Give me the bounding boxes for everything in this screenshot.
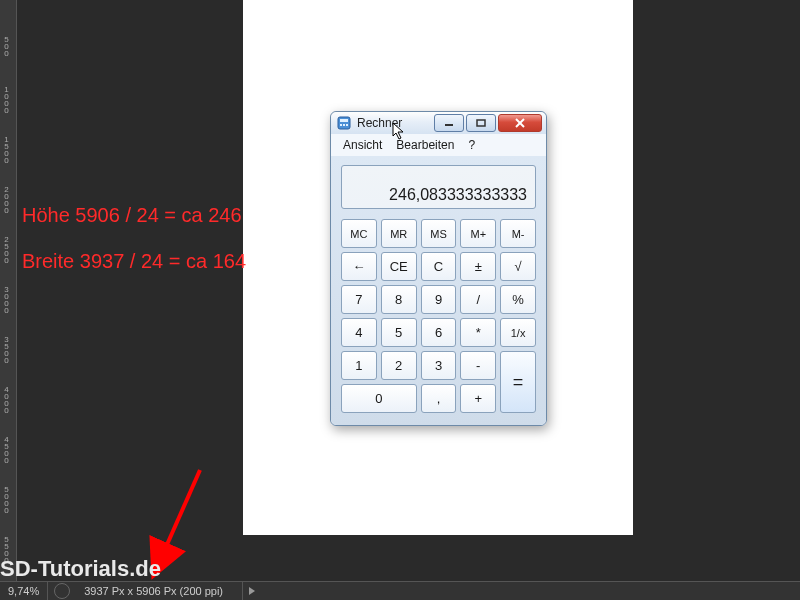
ruler-label: 3500	[2, 335, 10, 363]
ruler-label: 3000	[2, 285, 10, 313]
key-0[interactable]: 0	[341, 384, 417, 413]
key-backspace[interactable]: ←	[341, 252, 377, 281]
key-6[interactable]: 6	[421, 318, 457, 347]
key-add[interactable]: +	[460, 384, 496, 413]
annotation-height: Höhe 5906 / 24 = ca 246	[22, 204, 242, 227]
key-subtract[interactable]: -	[460, 351, 496, 380]
key-4[interactable]: 4	[341, 318, 377, 347]
key-3[interactable]: 3	[421, 351, 457, 380]
key-mr[interactable]: MR	[381, 219, 417, 248]
key-mc[interactable]: MC	[341, 219, 377, 248]
key-sqrt[interactable]: √	[500, 252, 536, 281]
annotation-width: Breite 3937 / 24 = ca 164	[22, 250, 246, 273]
key-multiply[interactable]: *	[460, 318, 496, 347]
calculator-window[interactable]: Rechner Ansicht Bearbeiten ? 246,0833333…	[330, 111, 547, 426]
status-disk-icon	[54, 583, 70, 599]
ruler-label: 1000	[2, 85, 10, 113]
key-ce[interactable]: CE	[381, 252, 417, 281]
key-2[interactable]: 2	[381, 351, 417, 380]
close-button[interactable]	[498, 114, 542, 132]
minimize-button[interactable]	[434, 114, 464, 132]
key-9[interactable]: 9	[421, 285, 457, 314]
menu-view[interactable]: Ansicht	[337, 136, 388, 154]
ruler-label: 5000	[2, 485, 10, 513]
menu-edit[interactable]: Bearbeiten	[390, 136, 460, 154]
ruler-label: 2000	[2, 185, 10, 213]
svg-rect-7	[477, 120, 485, 126]
ruler-label: 500	[2, 35, 10, 56]
calculator-title: Rechner	[357, 116, 434, 130]
calculator-app-icon	[337, 116, 351, 130]
editor-statusbar: 9,74% 3937 Px x 5906 Px (200 ppi)	[0, 581, 800, 600]
ruler-label: 4500	[2, 435, 10, 463]
svg-line-0	[158, 470, 200, 565]
key-percent[interactable]: %	[500, 285, 536, 314]
maximize-button[interactable]	[466, 114, 496, 132]
watermark-text: SD-Tutorials.de	[0, 556, 161, 582]
key-mplus[interactable]: M+	[460, 219, 496, 248]
ruler-label: 1500	[2, 135, 10, 163]
calculator-keypad: MC MR MS M+ M- ← CE C ± √ 7 8 9 / % 4 5 …	[341, 219, 536, 413]
key-equals[interactable]: =	[500, 351, 536, 413]
key-c[interactable]: C	[421, 252, 457, 281]
svg-rect-2	[340, 119, 348, 122]
status-docinfo[interactable]: 3937 Px x 5906 Px (200 ppi)	[76, 582, 243, 600]
vertical-ruler: 500 1000 1500 2000 2500 3000 3500 4000 4…	[0, 0, 17, 595]
key-plusminus[interactable]: ±	[460, 252, 496, 281]
status-zoom[interactable]: 9,74%	[0, 582, 48, 600]
key-decimal[interactable]: ,	[421, 384, 457, 413]
key-reciprocal[interactable]: 1/x	[500, 318, 536, 347]
menu-help[interactable]: ?	[462, 136, 481, 154]
ruler-label: 2500	[2, 235, 10, 263]
calculator-titlebar[interactable]: Rechner	[331, 112, 546, 134]
key-mminus[interactable]: M-	[500, 219, 536, 248]
svg-rect-1	[338, 117, 350, 129]
status-play-icon[interactable]	[249, 587, 255, 595]
svg-rect-3	[340, 124, 342, 126]
calculator-menubar: Ansicht Bearbeiten ?	[331, 134, 546, 156]
key-8[interactable]: 8	[381, 285, 417, 314]
calculator-display: 246,083333333333	[341, 165, 536, 209]
key-divide[interactable]: /	[460, 285, 496, 314]
ruler-label: 4000	[2, 385, 10, 413]
svg-rect-5	[346, 124, 348, 126]
key-7[interactable]: 7	[341, 285, 377, 314]
key-1[interactable]: 1	[341, 351, 377, 380]
svg-rect-4	[343, 124, 345, 126]
key-5[interactable]: 5	[381, 318, 417, 347]
calculator-body: 246,083333333333 MC MR MS M+ M- ← CE C ±…	[331, 156, 546, 425]
editor-stage: 500 1000 1500 2000 2500 3000 3500 4000 4…	[0, 0, 800, 600]
key-ms[interactable]: MS	[421, 219, 457, 248]
